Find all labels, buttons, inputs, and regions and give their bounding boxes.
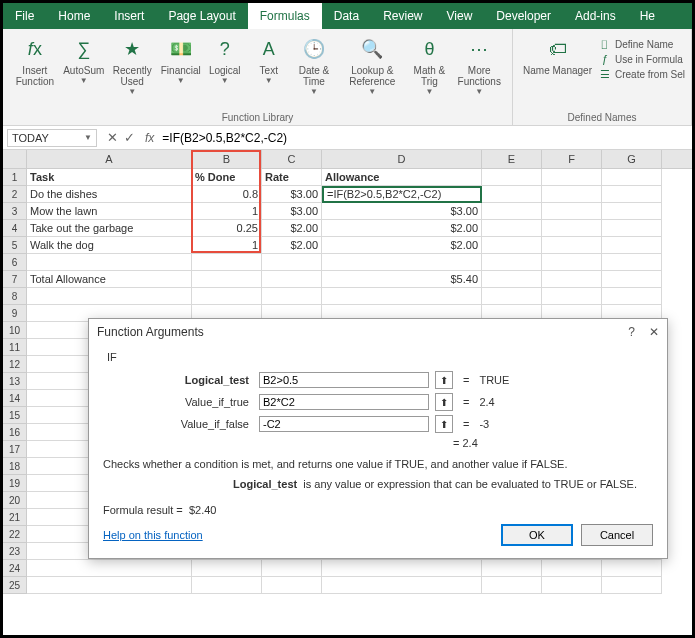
col-header-A[interactable]: A bbox=[27, 150, 192, 168]
cell[interactable] bbox=[542, 288, 602, 305]
tab-addins[interactable]: Add-ins bbox=[563, 3, 628, 29]
cell[interactable] bbox=[322, 288, 482, 305]
col-header-D[interactable]: D bbox=[322, 150, 482, 168]
use-in-formula-button[interactable]: ƒUse in Formula bbox=[598, 52, 685, 66]
tab-view[interactable]: View bbox=[435, 3, 485, 29]
tab-page-layout[interactable]: Page Layout bbox=[156, 3, 247, 29]
cell[interactable]: =IF(B2>0.5,B2*C2,-C2) bbox=[322, 186, 482, 203]
cell[interactable] bbox=[192, 560, 262, 577]
row-header[interactable]: 25 bbox=[3, 577, 27, 594]
row-header[interactable]: 8 bbox=[3, 288, 27, 305]
cell[interactable] bbox=[322, 577, 482, 594]
cell[interactable] bbox=[542, 237, 602, 254]
dialog-help-link[interactable]: Help on this function bbox=[103, 529, 203, 541]
col-header-G[interactable]: G bbox=[602, 150, 662, 168]
cell[interactable] bbox=[27, 288, 192, 305]
cell[interactable]: $2.00 bbox=[322, 220, 482, 237]
cell[interactable] bbox=[602, 254, 662, 271]
text-button[interactable]: AText▼ bbox=[248, 33, 290, 87]
math-trig-button[interactable]: θMath & Trig▼ bbox=[408, 33, 450, 98]
cell[interactable]: $5.40 bbox=[322, 271, 482, 288]
cell[interactable]: % Done bbox=[192, 169, 262, 186]
cell[interactable] bbox=[27, 577, 192, 594]
range-picker-icon[interactable]: ⬆ bbox=[435, 371, 453, 389]
cell[interactable] bbox=[602, 577, 662, 594]
cell[interactable]: Walk the dog bbox=[27, 237, 192, 254]
row-header[interactable]: 7 bbox=[3, 271, 27, 288]
create-from-selection-button[interactable]: ☰Create from Sel bbox=[598, 67, 685, 81]
cell[interactable] bbox=[602, 220, 662, 237]
col-header-F[interactable]: F bbox=[542, 150, 602, 168]
cell[interactable]: $3.00 bbox=[322, 203, 482, 220]
cell[interactable] bbox=[27, 560, 192, 577]
cell[interactable] bbox=[27, 254, 192, 271]
cell[interactable] bbox=[542, 560, 602, 577]
cell[interactable] bbox=[542, 271, 602, 288]
cell[interactable] bbox=[262, 254, 322, 271]
cell[interactable] bbox=[542, 203, 602, 220]
cell[interactable] bbox=[542, 577, 602, 594]
financial-button[interactable]: 💵Financial▼ bbox=[160, 33, 202, 87]
row-header[interactable]: 22 bbox=[3, 526, 27, 543]
cell[interactable] bbox=[542, 169, 602, 186]
row-header[interactable]: 16 bbox=[3, 424, 27, 441]
cell[interactable] bbox=[322, 254, 482, 271]
row-header[interactable]: 5 bbox=[3, 237, 27, 254]
chevron-down-icon[interactable]: ▼ bbox=[84, 133, 92, 142]
cell[interactable]: Total Allowance bbox=[27, 271, 192, 288]
row-header[interactable]: 4 bbox=[3, 220, 27, 237]
cell[interactable] bbox=[482, 237, 542, 254]
cell[interactable]: $2.00 bbox=[262, 237, 322, 254]
cell[interactable]: Do the dishes bbox=[27, 186, 192, 203]
select-all-corner[interactable] bbox=[3, 150, 27, 168]
cell[interactable] bbox=[602, 186, 662, 203]
cell[interactable] bbox=[602, 169, 662, 186]
cancel-formula-icon[interactable]: ✕ bbox=[107, 130, 118, 145]
tab-review[interactable]: Review bbox=[371, 3, 434, 29]
formula-input[interactable] bbox=[158, 129, 692, 147]
row-header[interactable]: 14 bbox=[3, 390, 27, 407]
lookup-button[interactable]: 🔍Lookup & Reference▼ bbox=[338, 33, 406, 98]
date-time-button[interactable]: 🕒Date & Time▼ bbox=[292, 33, 336, 98]
cell[interactable] bbox=[192, 271, 262, 288]
row-header[interactable]: 19 bbox=[3, 475, 27, 492]
row-header[interactable]: 15 bbox=[3, 407, 27, 424]
row-header[interactable]: 3 bbox=[3, 203, 27, 220]
cell[interactable] bbox=[482, 220, 542, 237]
arg-input[interactable] bbox=[259, 416, 429, 432]
dialog-close-icon[interactable]: ✕ bbox=[649, 325, 659, 339]
cell[interactable] bbox=[322, 560, 482, 577]
cell[interactable]: $3.00 bbox=[262, 203, 322, 220]
row-header[interactable]: 10 bbox=[3, 322, 27, 339]
cell[interactable] bbox=[602, 203, 662, 220]
row-header[interactable]: 13 bbox=[3, 373, 27, 390]
cell[interactable]: 0.25 bbox=[192, 220, 262, 237]
fx-icon[interactable]: fx bbox=[141, 131, 158, 145]
cell[interactable] bbox=[602, 271, 662, 288]
cell[interactable] bbox=[482, 203, 542, 220]
cell[interactable]: Allowance bbox=[322, 169, 482, 186]
cell[interactable]: Task bbox=[27, 169, 192, 186]
cell[interactable] bbox=[192, 577, 262, 594]
cell[interactable] bbox=[602, 237, 662, 254]
cell[interactable] bbox=[542, 254, 602, 271]
cell[interactable]: $2.00 bbox=[322, 237, 482, 254]
cell[interactable] bbox=[602, 560, 662, 577]
cell[interactable] bbox=[482, 254, 542, 271]
row-header[interactable]: 9 bbox=[3, 305, 27, 322]
more-functions-button[interactable]: ⋯More Functions▼ bbox=[452, 33, 506, 98]
ok-button[interactable]: OK bbox=[501, 524, 573, 546]
row-header[interactable]: 18 bbox=[3, 458, 27, 475]
tab-developer[interactable]: Developer bbox=[484, 3, 563, 29]
tab-formulas[interactable]: Formulas bbox=[248, 3, 322, 29]
cell[interactable]: Rate bbox=[262, 169, 322, 186]
dialog-help-icon[interactable]: ? bbox=[628, 325, 635, 339]
cell[interactable]: 0.8 bbox=[192, 186, 262, 203]
arg-input[interactable] bbox=[259, 394, 429, 410]
cell[interactable]: Mow the lawn bbox=[27, 203, 192, 220]
cell[interactable]: 1 bbox=[192, 203, 262, 220]
cell[interactable]: $2.00 bbox=[262, 220, 322, 237]
range-picker-icon[interactable]: ⬆ bbox=[435, 415, 453, 433]
cell[interactable] bbox=[262, 288, 322, 305]
cell[interactable] bbox=[192, 254, 262, 271]
